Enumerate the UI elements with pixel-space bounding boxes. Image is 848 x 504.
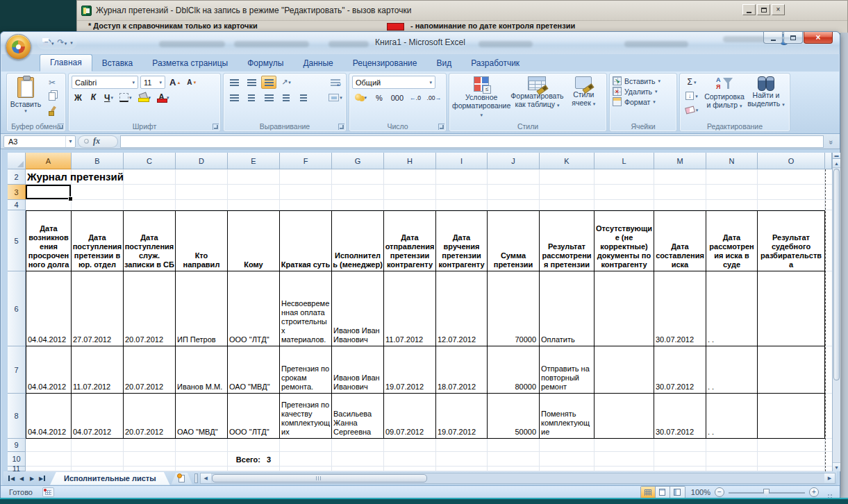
cell-D7[interactable]: Иванов М.М. <box>176 346 228 394</box>
cell-B10[interactable] <box>72 452 124 467</box>
cell-L2[interactable] <box>595 169 654 185</box>
cell-C10[interactable] <box>124 452 176 467</box>
cell-H5[interactable]: Дата отправления претензии контрагенту <box>384 210 436 271</box>
cell-M7[interactable]: 30.07.2012 <box>654 346 706 394</box>
cell-N9[interactable] <box>706 439 758 452</box>
cell-A3[interactable] <box>26 185 72 200</box>
cell-L11[interactable] <box>595 467 654 471</box>
font-color-button[interactable]: А▾ <box>155 91 172 104</box>
scroll-down-icon[interactable]: ▼ <box>833 462 840 471</box>
cell-L5[interactable]: Отсутствующие (не корректные) документы … <box>595 210 654 271</box>
sort-filter-button[interactable]: АЯ Сортировкаи фильтр ▾ <box>704 76 745 121</box>
cell-M8[interactable]: 30.07.2012 <box>654 394 706 439</box>
alignment-dialog-launcher-icon[interactable] <box>338 124 344 130</box>
cell-B4[interactable] <box>72 200 124 210</box>
cell-J9[interactable] <box>488 439 540 452</box>
column-header-E[interactable]: E <box>228 153 280 169</box>
cell-K10[interactable] <box>540 452 595 467</box>
cell-G9[interactable] <box>332 439 384 452</box>
cell-D2[interactable] <box>176 169 228 185</box>
ribbon-tab-Формулы[interactable]: Формулы <box>238 56 293 72</box>
cell-C5[interactable]: Дата поступления служ. записки в СБ <box>124 210 176 271</box>
cell-B3[interactable] <box>72 185 124 200</box>
cell-O9[interactable] <box>758 439 825 452</box>
number-format-select[interactable]: Общий▾ <box>352 76 435 89</box>
grow-font-button[interactable]: A▲ <box>167 76 183 89</box>
cell-K11[interactable] <box>540 467 595 471</box>
select-all-corner[interactable] <box>8 153 26 169</box>
cell-M4[interactable] <box>654 200 706 210</box>
cell-F8[interactable]: Претензия по качеству комплектующих <box>280 394 332 439</box>
cell-D10[interactable] <box>176 452 228 467</box>
cell-I6[interactable]: 12.07.2012 <box>436 271 488 346</box>
vertical-scrollbar[interactable]: ▬ ▲ ▼ <box>832 153 840 471</box>
cell-G11[interactable] <box>332 467 384 471</box>
page-layout-view-button[interactable] <box>656 487 670 498</box>
cell-D9[interactable] <box>176 439 228 452</box>
ribbon-tab-Главная[interactable]: Главная <box>40 54 92 72</box>
cell-L4[interactable] <box>595 200 654 210</box>
cell-M5[interactable]: Дата составления иска <box>654 210 706 271</box>
autosum-button[interactable]: Σ▾ <box>683 76 701 88</box>
column-header-B[interactable]: B <box>72 153 124 169</box>
cell-A11[interactable] <box>26 467 72 471</box>
cell-N8[interactable]: . . <box>706 394 758 439</box>
cell-O2[interactable] <box>758 169 825 185</box>
cell-I4[interactable] <box>436 200 488 210</box>
cell-B6[interactable]: 27.07.2012 <box>72 271 124 346</box>
align-middle-button[interactable] <box>244 76 259 89</box>
qat-customize-button[interactable]: ▾ <box>70 40 73 45</box>
font-size-select[interactable]: 11▾ <box>140 76 165 89</box>
cell-H11[interactable] <box>384 467 436 471</box>
redo-button[interactable]: ↷▾ <box>58 38 67 47</box>
cell-F4[interactable] <box>280 200 332 210</box>
decrease-decimal-button[interactable]: .00→ <box>425 91 443 104</box>
cell-A8[interactable]: 04.04.2012 <box>26 394 72 439</box>
normal-view-button[interactable] <box>641 487 656 498</box>
cell-J4[interactable] <box>488 200 540 210</box>
name-box-dropdown-icon[interactable]: ▼ <box>65 136 75 147</box>
cell-E4[interactable] <box>228 200 280 210</box>
column-header-L[interactable]: L <box>595 153 654 169</box>
cell-M11[interactable] <box>654 467 706 471</box>
cell-N4[interactable] <box>706 200 758 210</box>
cell-N11[interactable] <box>706 467 758 471</box>
zoom-in-button[interactable]: + <box>809 487 819 497</box>
cell-O8[interactable] <box>758 394 825 439</box>
cell-I10[interactable] <box>436 452 488 467</box>
cell-J2[interactable] <box>488 169 540 185</box>
cell-A9[interactable] <box>26 439 72 452</box>
cell-L9[interactable] <box>595 439 654 452</box>
shrink-font-button[interactable]: A▼ <box>185 76 199 89</box>
cell-D3[interactable] <box>176 185 228 200</box>
cell-O11[interactable] <box>758 467 825 471</box>
column-header-D[interactable]: D <box>176 153 228 169</box>
split-handle[interactable]: ▬ <box>833 153 840 159</box>
previous-sheet-button[interactable]: ◀ <box>17 473 26 484</box>
cell-L3[interactable] <box>595 185 654 200</box>
cell-E10[interactable]: Всего: 3 <box>228 452 280 467</box>
name-box[interactable]: A3▼ <box>3 135 76 148</box>
column-header-J[interactable]: J <box>488 153 540 169</box>
cell-E11[interactable] <box>228 467 280 471</box>
cell-E7[interactable]: ОАО "МВД" <box>228 346 280 394</box>
cell-K2[interactable] <box>540 169 595 185</box>
cell-C6[interactable]: 20.07.2012 <box>124 271 176 346</box>
bg-minimize-button[interactable] <box>742 4 756 15</box>
borders-button[interactable]: ▾ <box>117 91 134 104</box>
column-header-A[interactable]: A <box>26 153 72 169</box>
delete-cells-button[interactable]: ×Удалить▾ <box>613 87 674 96</box>
orientation-button[interactable]: ↗▾ <box>278 76 294 89</box>
row-header-2[interactable]: 2 <box>8 169 26 185</box>
align-left-button[interactable] <box>226 91 242 104</box>
cell-M10[interactable] <box>654 452 706 467</box>
column-header-F[interactable]: F <box>280 153 332 169</box>
row-header-7[interactable]: 7 <box>8 346 26 394</box>
cell-H4[interactable] <box>384 200 436 210</box>
cell-F7[interactable]: Претензия по срокам ремонта. <box>280 346 332 394</box>
cell-G5[interactable]: Исполнитель (менеджер) <box>332 210 384 271</box>
clear-button[interactable]: ▾ <box>683 103 701 116</box>
cell-I5[interactable]: Дата вручения претензии контрагенту <box>436 210 488 271</box>
cell-D11[interactable] <box>176 467 228 471</box>
cell-O4[interactable] <box>758 200 825 210</box>
